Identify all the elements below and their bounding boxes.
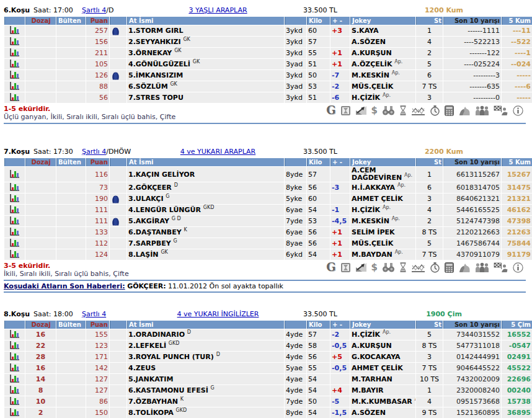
horse-row: 567.STRES TOPU3ykd51-6H.ÇİZİK Ap.3------… bbox=[4, 92, 532, 103]
performance-chart-icon[interactable] bbox=[411, 262, 425, 272]
form-chart-icon[interactable] bbox=[9, 182, 20, 191]
bulten-value bbox=[56, 396, 86, 407]
horse-age: 3ykd bbox=[285, 25, 306, 36]
program-hourglass-calculator-icon[interactable] bbox=[340, 262, 351, 273]
crowd-icon[interactable] bbox=[475, 262, 489, 272]
form-chart-icon[interactable] bbox=[9, 59, 20, 68]
form-chart-icon[interactable] bbox=[9, 352, 20, 360]
form-chart-icon[interactable] bbox=[9, 249, 20, 258]
form-chart-cell bbox=[4, 167, 25, 182]
g-badge-icon[interactable]: G bbox=[326, 105, 335, 116]
horse-name-suffix: G bbox=[174, 238, 177, 244]
bulten-value bbox=[56, 167, 86, 182]
start-box: 4 bbox=[416, 396, 443, 407]
form-chart-icon[interactable] bbox=[9, 216, 20, 225]
kilo-value: 54 bbox=[307, 249, 330, 260]
horse-name: 4.LENGÜR LÜNGÜR GKD bbox=[127, 205, 284, 215]
start-box: 4 bbox=[416, 205, 443, 215]
form-chart-icon[interactable] bbox=[9, 374, 20, 383]
race-category-link[interactable]: 4 ve YUKARI ARAPLAR bbox=[151, 148, 285, 156]
race-category-link[interactable]: 4 ve YUKARI İNGİLİZLER bbox=[151, 310, 285, 318]
dollar-icon[interactable]: $ bbox=[371, 105, 378, 115]
info-icon[interactable] bbox=[513, 105, 523, 116]
puan-value: 155 bbox=[86, 329, 109, 340]
form-chart-icon[interactable] bbox=[9, 48, 20, 56]
info-icon[interactable] bbox=[513, 262, 523, 273]
g-badge-icon[interactable]: G bbox=[326, 262, 335, 273]
trend-arrow-icon[interactable] bbox=[355, 105, 367, 115]
dollar-icon[interactable]: $ bbox=[371, 262, 378, 272]
horse-row: 1127.SARPBEY G8yae56+1MÜS.ÇELİK514675867… bbox=[4, 238, 532, 249]
dozaj-value bbox=[25, 216, 56, 226]
table-header-row: DozajBültenPuanAt İsmiKilo+ -JokeyStSon … bbox=[4, 17, 532, 25]
condition-link[interactable]: Şartlı 4 bbox=[82, 6, 106, 14]
bulten-value bbox=[56, 193, 86, 204]
horse-name: 7.ÖZBAYHAN K bbox=[127, 396, 284, 407]
horse-head-icon[interactable] bbox=[458, 105, 471, 116]
kilo-value: 54 bbox=[307, 385, 330, 396]
photo-finish-icon[interactable] bbox=[494, 262, 508, 273]
form-chart-icon[interactable] bbox=[9, 407, 20, 416]
form-chart-icon[interactable] bbox=[9, 25, 20, 34]
last10-results: 0951573668 bbox=[443, 396, 501, 407]
horse-age: 8yke bbox=[285, 182, 306, 193]
column-header bbox=[110, 321, 126, 329]
race-section-6: 6.Koşu Saat: 17:00 Şartlı 4/D 3 YAŞLI AR… bbox=[4, 5, 532, 124]
form-chart-icon[interactable] bbox=[9, 193, 20, 202]
last10-results: 8640621321 bbox=[443, 193, 501, 204]
form-chart-icon[interactable] bbox=[9, 81, 20, 90]
silk-cell bbox=[110, 385, 126, 396]
photo-finish-icon[interactable] bbox=[494, 105, 508, 116]
silk-cell bbox=[110, 407, 126, 418]
calculator-icon[interactable] bbox=[445, 262, 454, 273]
stopwatch-icon[interactable] bbox=[430, 262, 440, 273]
race-table: DozajBültenPuanAt İsmiKilo+ -JokeyStSon … bbox=[4, 320, 532, 418]
horse-age: 4yde bbox=[285, 385, 306, 396]
form-chart-icon[interactable] bbox=[9, 227, 20, 236]
last10-results: 7344031552 bbox=[443, 329, 501, 340]
last10-results: 5446165525 bbox=[443, 205, 501, 215]
calculator-icon[interactable] bbox=[445, 105, 454, 116]
form-chart-icon[interactable] bbox=[9, 205, 20, 213]
bulten-value bbox=[56, 92, 86, 103]
horse-head-icon[interactable] bbox=[458, 262, 471, 273]
form-chart-icon[interactable] bbox=[9, 37, 20, 45]
form-chart-icon[interactable] bbox=[9, 340, 20, 349]
form-chart-icon[interactable] bbox=[9, 363, 20, 371]
binoculars-icon[interactable] bbox=[382, 263, 395, 272]
surface-last5: --024 bbox=[502, 59, 532, 69]
kilo-delta: +1 bbox=[330, 249, 350, 260]
puan-value: 88 bbox=[86, 81, 109, 92]
news-label[interactable]: Koşudaki Atların Son Haberleri: bbox=[4, 282, 125, 290]
crowd-icon[interactable] bbox=[475, 105, 489, 115]
program-hourglass-calculator-icon[interactable] bbox=[340, 105, 351, 116]
form-chart-icon[interactable] bbox=[9, 70, 20, 79]
form-chart-icon[interactable] bbox=[9, 329, 20, 338]
kilo-delta: +1 bbox=[330, 227, 350, 238]
hourglass-icon[interactable] bbox=[399, 262, 407, 272]
dozaj-value bbox=[25, 37, 56, 47]
race-category-link[interactable]: 3 YAŞLI ARAPLAR bbox=[151, 6, 285, 14]
binoculars-icon[interactable] bbox=[382, 106, 395, 115]
race-table: DozajBültenPuanAt İsmiKilo+ -JokeyStSon … bbox=[4, 16, 532, 104]
horse-name-suffix: GK bbox=[193, 59, 200, 64]
horse-age: 6ykd bbox=[285, 249, 306, 260]
race-time: Saat: 18:00 bbox=[33, 310, 82, 318]
form-chart-icon[interactable] bbox=[9, 238, 20, 247]
dozaj-value: 2 bbox=[25, 407, 56, 418]
trend-arrow-icon[interactable] bbox=[355, 262, 367, 272]
dozaj-value: 10 bbox=[25, 396, 56, 407]
kilo-delta: +5 bbox=[330, 352, 350, 362]
jockey-name: A.CEM DAĞDEVİREN Ap. bbox=[350, 167, 415, 182]
column-header: + - bbox=[330, 17, 350, 25]
condition-link[interactable]: Şartlı 4 bbox=[82, 148, 106, 156]
hourglass-icon[interactable] bbox=[399, 105, 407, 115]
form-chart-icon[interactable] bbox=[9, 385, 20, 394]
condition-link[interactable]: Şartlı 4 bbox=[82, 310, 106, 318]
horse-name: 1.STORM GIRL bbox=[127, 25, 284, 36]
form-chart-icon[interactable] bbox=[9, 396, 20, 405]
performance-chart-icon[interactable] bbox=[411, 105, 425, 115]
stopwatch-icon[interactable] bbox=[430, 105, 440, 116]
form-chart-icon[interactable] bbox=[9, 92, 20, 101]
form-chart-icon[interactable] bbox=[9, 169, 20, 178]
